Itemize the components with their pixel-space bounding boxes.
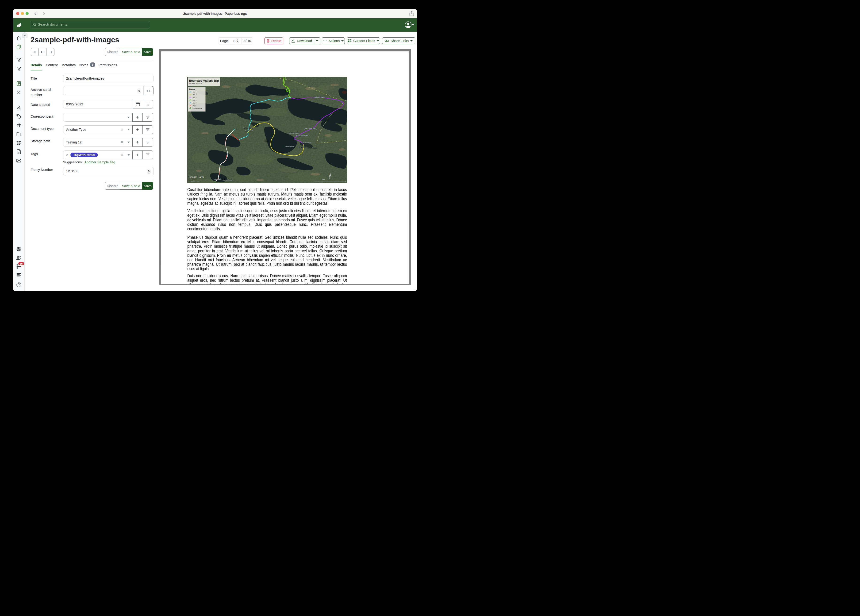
svg-text:Image © 2017 DigitalGlobe: Image © 2017 DigitalGlobe: [188, 181, 200, 182]
svg-text:Google Earth: Google Earth: [189, 176, 204, 178]
svg-text:Norway Island: Norway Island: [298, 146, 307, 148]
svg-text:New York Island: New York Island: [243, 127, 254, 129]
svg-text:©2017 Google: ©2017 Google: [188, 179, 195, 181]
svg-text:Day 3: Day 3: [193, 96, 197, 98]
svg-text:Indian Grave Island: Indian Grave Island: [304, 127, 317, 129]
svg-text:Charlies Island: Charlies Island: [223, 179, 232, 181]
svg-text:Lincoln Island: Lincoln Island: [302, 141, 311, 143]
svg-text:Legend: Legend: [189, 88, 195, 90]
svg-text:Washington Island: Washington Island: [296, 135, 308, 136]
svg-text:Entry Point 24: Entry Point 24: [193, 107, 202, 109]
svg-text:N: N: [329, 177, 330, 179]
svg-text:Half Dog Island: Half Dog Island: [289, 132, 298, 134]
svg-text:Boundary Waters Trip: Boundary Waters Trip: [189, 79, 219, 82]
svg-text:Mile Island: Mile Island: [214, 178, 221, 180]
svg-text:Hausons Island: Hausons Island: [314, 96, 325, 98]
svg-text:Gary Island: Gary Island: [245, 130, 253, 132]
svg-text:Squirrel Island: Squirrel Island: [308, 147, 317, 149]
svg-text:Day 4: Day 4: [193, 99, 197, 101]
svg-text:Day 5: Day 5: [193, 102, 197, 104]
svg-text:Text: Text: [264, 139, 270, 143]
svg-text:Day 1: Day 1: [193, 91, 197, 93]
svg-text:Day 6: Day 6: [193, 105, 197, 107]
svg-text:Canoe Island: Canoe Island: [285, 146, 294, 147]
svg-text:Day 2: Day 2: [193, 94, 197, 96]
svg-text:Six days in BWCA: Six days in BWCA: [190, 83, 202, 85]
svg-text:3 mi: 3 mi: [322, 179, 325, 180]
